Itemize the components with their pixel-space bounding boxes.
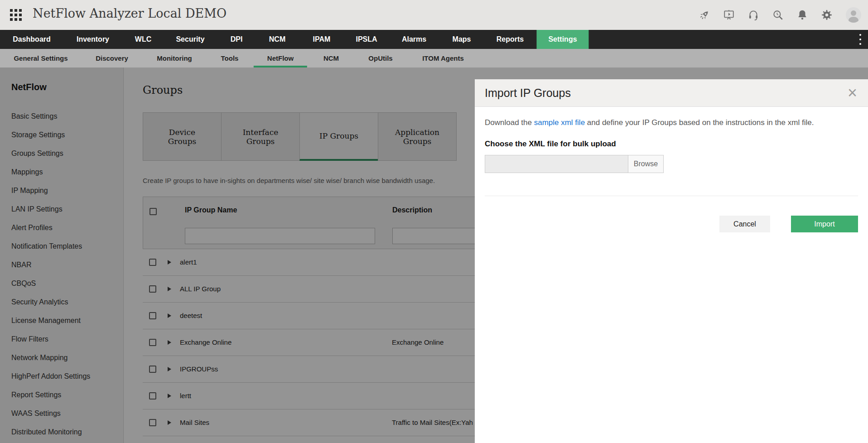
nav-item-wlc[interactable]: WLC xyxy=(130,30,157,49)
modal-actions: Cancel Import xyxy=(475,216,868,233)
subnav-item-tools[interactable]: Tools xyxy=(207,49,252,67)
presentation-icon[interactable] xyxy=(723,9,735,21)
nav-item-maps[interactable]: Maps xyxy=(447,30,477,49)
modal-intro-text: Download the sample xml file and define … xyxy=(485,118,858,127)
modal-header: Import IP Groups × xyxy=(475,79,868,107)
close-icon[interactable]: × xyxy=(848,82,857,104)
subnav-item-general-settings[interactable]: General Settings xyxy=(0,49,81,67)
rocket-icon[interactable] xyxy=(699,9,710,21)
app-launcher-grid-icon[interactable] xyxy=(10,9,22,21)
cancel-button[interactable]: Cancel xyxy=(719,216,770,232)
subnav-item-discovery[interactable]: Discovery xyxy=(82,49,142,67)
subnav-item-ncm[interactable]: NCM xyxy=(310,49,352,67)
subnav-item-netflow[interactable]: NetFlow xyxy=(254,49,307,67)
nav-item-dpi[interactable]: DPI xyxy=(225,30,248,49)
nav-item-ncm[interactable]: NCM xyxy=(264,30,291,49)
subnav-item-oputils[interactable]: OpUtils xyxy=(355,49,406,67)
topbar-icons xyxy=(699,0,862,30)
browse-button[interactable]: Browse xyxy=(628,155,664,173)
file-upload-row: Browse xyxy=(485,155,858,173)
gear-icon[interactable] xyxy=(821,9,833,21)
intro-suffix: and define your IP Groups based on the i… xyxy=(585,118,814,127)
headset-icon[interactable] xyxy=(747,9,759,21)
subnav-item-monitoring[interactable]: Monitoring xyxy=(143,49,205,67)
modal-title: Import IP Groups xyxy=(485,79,571,106)
sample-xml-file-link[interactable]: sample xml file xyxy=(534,118,585,127)
settings-subnav: General Settings Discovery Monitoring To… xyxy=(0,49,868,67)
topbar: NetFlow Analyzer Local DEMO xyxy=(0,0,868,30)
nav-item-settings[interactable]: Settings xyxy=(536,30,588,49)
main-nav: Dashboard Inventory WLC Security DPI NCM… xyxy=(0,30,868,49)
user-avatar[interactable] xyxy=(845,7,862,23)
nav-item-reports[interactable]: Reports xyxy=(491,30,529,49)
app-title: NetFlow Analyzer Local DEMO xyxy=(33,6,227,20)
nav-item-ipam[interactable]: IPAM xyxy=(308,30,336,49)
import-ip-groups-modal: Import IP Groups × Download the sample x… xyxy=(475,79,868,443)
modal-divider xyxy=(485,196,858,196)
search-icon[interactable] xyxy=(772,9,784,21)
subnav-item-itom-agents[interactable]: ITOM Agents xyxy=(409,49,477,67)
file-path-field[interactable] xyxy=(485,155,628,173)
import-button[interactable]: Import xyxy=(791,216,858,232)
upload-label: Choose the XML file for bulk upload xyxy=(485,140,858,149)
nav-item-alarms[interactable]: Alarms xyxy=(396,30,432,49)
bell-icon[interactable] xyxy=(796,9,808,21)
nav-item-security[interactable]: Security xyxy=(170,30,210,49)
nav-item-inventory[interactable]: Inventory xyxy=(71,30,115,49)
nav-item-dashboard[interactable]: Dashboard xyxy=(7,30,56,49)
nav-item-ipsla[interactable]: IPSLA xyxy=(350,30,382,49)
nav-overflow-menu-icon[interactable] xyxy=(857,34,863,45)
intro-prefix: Download the xyxy=(485,118,534,127)
